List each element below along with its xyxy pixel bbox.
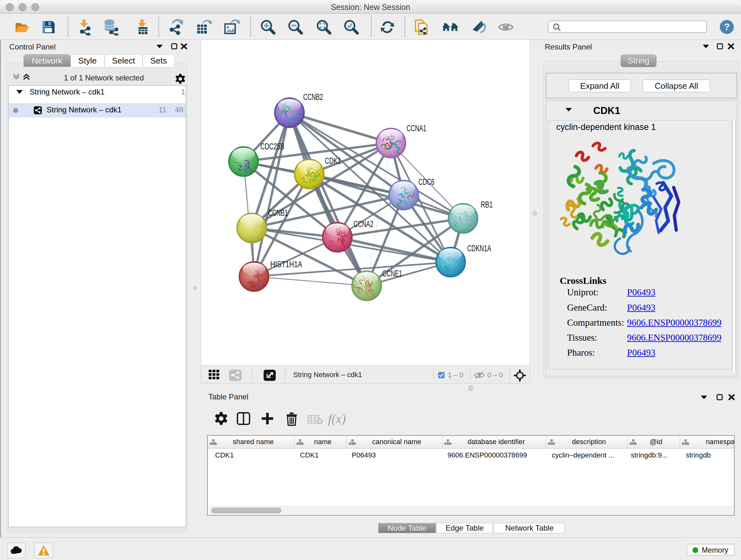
svg-text:CCNE1: CCNE1 bbox=[382, 269, 402, 278]
svg-text:CDC25B: CDC25B bbox=[260, 142, 284, 151]
svg-text:CDC6: CDC6 bbox=[418, 177, 434, 187]
svg-text:CCNB2: CCNB2 bbox=[303, 92, 323, 102]
svg-text:RB1: RB1 bbox=[481, 200, 493, 209]
svg-text:CDKN1A: CDKN1A bbox=[467, 244, 491, 253]
svg-text:CDK1: CDK1 bbox=[325, 156, 341, 166]
svg-text:CCNA2: CCNA2 bbox=[354, 219, 374, 229]
svg-text:?: ? bbox=[724, 21, 730, 32]
svg-text:CCNA1: CCNA1 bbox=[407, 124, 426, 133]
svg-text:CCNB1: CCNB1 bbox=[268, 208, 288, 218]
svg-text:HIST1H1A: HIST1H1A bbox=[270, 260, 302, 269]
